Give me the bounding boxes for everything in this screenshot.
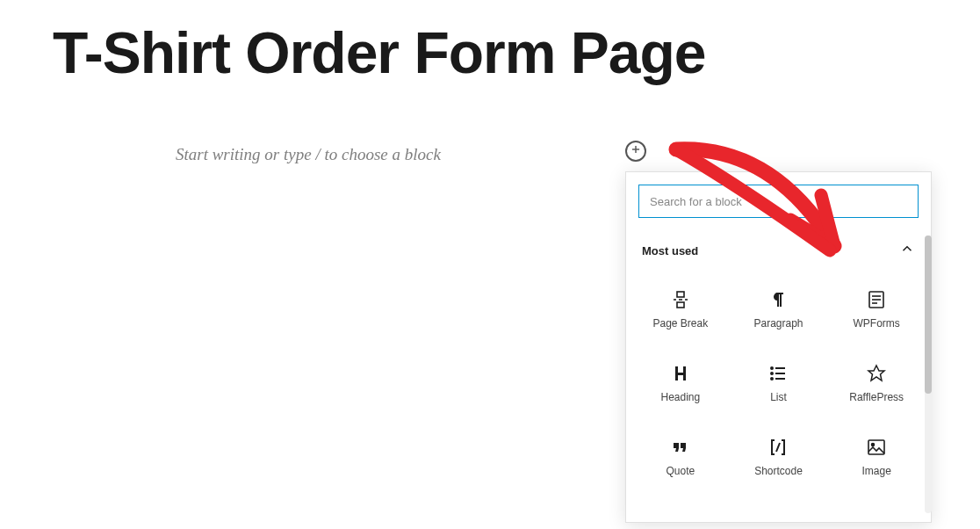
content-area[interactable]: Start writing or type / to choose a bloc… (176, 145, 927, 164)
svg-point-16 (771, 378, 773, 380)
block-label: RafflePress (849, 391, 904, 403)
svg-point-20 (872, 444, 875, 446)
heading-icon (670, 363, 691, 384)
block-search-input[interactable] (638, 185, 919, 218)
block-label: Shortcode (754, 465, 803, 477)
block-label: Image (861, 465, 890, 477)
svg-rect-19 (868, 440, 884, 454)
block-label: WPForms (853, 317, 899, 330)
svg-rect-2 (677, 292, 684, 297)
block-rafflepress[interactable]: RafflePress (827, 346, 926, 420)
block-image[interactable]: Image (827, 420, 926, 494)
block-paragraph[interactable]: Paragraph (730, 272, 828, 346)
svg-point-14 (771, 367, 773, 369)
block-wpforms[interactable]: WPForms (827, 272, 926, 346)
svg-line-18 (776, 443, 780, 452)
image-icon (866, 437, 887, 458)
chevron-up-icon[interactable] (899, 241, 915, 260)
inserter-section-title: Most used (642, 244, 698, 257)
wpforms-icon (866, 289, 887, 310)
block-label: Quote (666, 465, 695, 477)
paragraph-icon (767, 289, 789, 310)
block-quote[interactable]: Quote (631, 420, 730, 494)
content-placeholder: Start writing or type / to choose a bloc… (176, 145, 927, 164)
block-heading[interactable]: Heading (631, 346, 730, 420)
list-icon (767, 363, 789, 384)
svg-marker-17 (868, 366, 884, 380)
rafflepress-icon (866, 363, 887, 384)
page-break-icon (670, 289, 691, 310)
block-list[interactable]: List (730, 346, 828, 420)
block-label: List (770, 391, 787, 403)
block-label: Page Break (652, 317, 708, 330)
block-page-break[interactable]: Page Break (631, 272, 730, 346)
block-label: Paragraph (753, 317, 803, 330)
plus-icon (630, 143, 642, 159)
scrollbar-track[interactable] (925, 236, 932, 513)
shortcode-icon (767, 437, 789, 458)
scrollbar-thumb[interactable] (925, 236, 932, 394)
block-grid: Page Break Paragraph WPForms Heading Lis (626, 265, 931, 501)
svg-rect-3 (677, 302, 684, 308)
svg-point-15 (771, 373, 773, 374)
add-block-button[interactable] (625, 141, 646, 162)
block-shortcode[interactable]: Shortcode (730, 420, 828, 494)
block-label: Heading (660, 391, 700, 403)
quote-icon (670, 437, 691, 458)
page-title[interactable]: T-Shirt Order Form Page (53, 19, 705, 86)
block-inserter-panel: Most used Page Break Paragraph WPForms (625, 171, 932, 523)
